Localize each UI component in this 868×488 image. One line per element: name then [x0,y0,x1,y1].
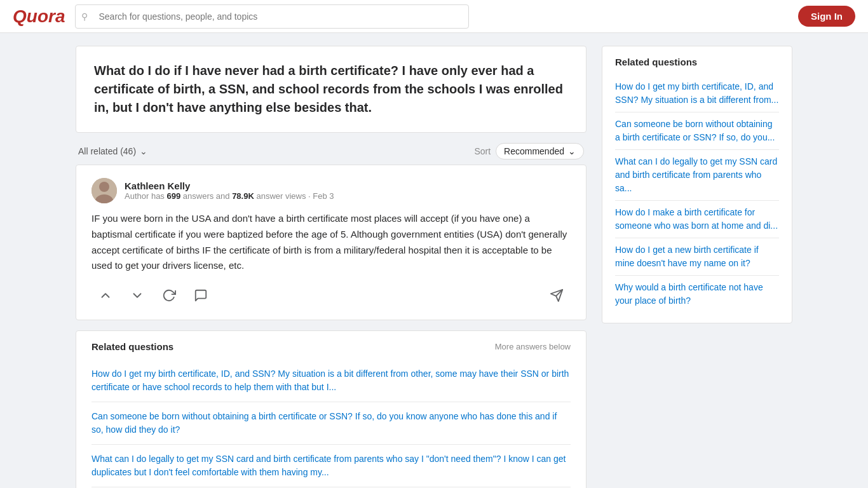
list-item: Why would a birth certificate not have y… [615,276,779,313]
author-meta-prefix: Author has [125,191,167,201]
related-questions-inline: Related questions More answers below How… [76,330,587,488]
sidebar-link-5[interactable]: How do I get a new birth certificate if … [615,245,759,268]
sidebar-link-1[interactable]: How do I get my birth certificate, ID, a… [615,81,778,105]
author-meta-mid: answers and [180,191,232,201]
avatar [92,178,117,203]
related-inline-title: Related questions [92,341,173,352]
sign-in-button[interactable]: Sign In [798,6,855,27]
quora-logo[interactable]: Quora [13,6,65,27]
author-views: 78.9K [232,191,254,201]
all-related-label: All related (46) [78,146,136,156]
share-button[interactable] [543,284,571,307]
answer-card: Kathleen Kelly Author has 699 answers an… [76,165,587,320]
sidebar-list: How do I get my birth certificate, ID, a… [615,75,779,313]
sidebar-link-2[interactable]: Can someone be born without obtaining a … [615,119,775,142]
main-content: What do I do if I have never had a birth… [76,46,587,488]
sidebar-link-3[interactable]: What can I do legally to get my SSN card… [615,156,777,193]
sidebar-title: Related questions [615,57,779,67]
header-right: Sign In [798,6,855,27]
sort-dropdown[interactable]: Recommended ⌄ [496,143,584,159]
list-item: How do I get my birth certificate, ID, a… [615,75,779,112]
downvote-button[interactable] [123,284,151,307]
filter-bar: All related (46) ⌄ Sort Recommended ⌄ [76,143,587,159]
all-related-toggle[interactable]: All related (46) ⌄ [78,146,147,156]
action-row [92,284,571,307]
refresh-button[interactable] [155,284,183,307]
related-inline-header: Related questions More answers below [92,341,571,352]
sidebar-card: Related questions How do I get my birth … [602,46,792,323]
related-inline-link-2[interactable]: Can someone be born without obtaining a … [92,411,557,435]
svg-point-1 [99,182,109,192]
chevron-down-icon: ⌄ [140,146,147,156]
chevron-down-icon: ⌄ [568,146,576,156]
author-answers: 699 [167,191,181,201]
author-info: Kathleen Kelly Author has 699 answers an… [125,180,334,201]
sidebar-link-6[interactable]: Why would a birth certificate not have y… [615,282,763,306]
upvote-button[interactable] [92,284,119,307]
question-card: What do I do if I have never had a birth… [76,46,587,133]
answer-text: IF you were born in the USA and don't ha… [92,211,571,274]
avatar-image [92,178,117,203]
question-title: What do I do if I have never had a birth… [94,62,568,117]
author-meta-suffix: answer views · Feb 3 [254,191,334,201]
author-name[interactable]: Kathleen Kelly [125,180,334,191]
list-item: Can someone be born without obtaining a … [92,402,571,445]
list-item: How do I get my birth certificate, ID, a… [92,360,571,402]
list-item: How do I get a new birth certificate if … [615,238,779,276]
related-inline-link-3[interactable]: What can I do legally to get my SSN card… [92,454,566,477]
author-meta: Author has 699 answers and 78.9K answer … [125,191,334,201]
more-answers-label: More answers below [495,342,571,351]
sort-label: Sort [474,146,491,156]
related-inline-list: How do I get my birth certificate, ID, a… [92,360,571,488]
list-item: What can I do legally to get my SSN card… [92,445,571,487]
list-item: What can I do legally to get my SSN card… [615,150,779,201]
related-inline-link-1[interactable]: How do I get my birth certificate, ID, a… [92,369,569,392]
sort-value: Recommended [504,146,564,156]
search-input[interactable] [75,4,469,29]
page-container: What do I do if I have never had a birth… [65,33,803,488]
author-row: Kathleen Kelly Author has 699 answers an… [92,178,571,203]
sort-area: Sort Recommended ⌄ [474,143,584,159]
site-header: Quora ⚲ Sign In [0,0,868,33]
list-item: Can someone be born without obtaining a … [615,112,779,150]
search-bar-container: ⚲ [75,4,469,29]
sidebar: Related questions How do I get my birth … [602,46,792,488]
sidebar-link-4[interactable]: How do I make a birth certificate for so… [615,207,778,231]
list-item: How do I make a birth certificate for so… [615,201,779,238]
comment-button[interactable] [187,284,215,307]
search-icon: ⚲ [81,11,88,22]
